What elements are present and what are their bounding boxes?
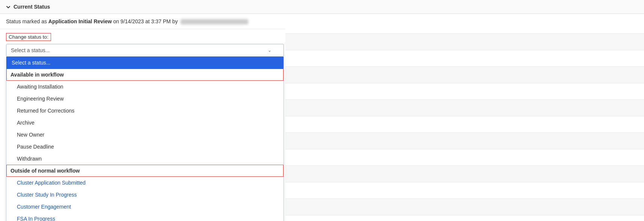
dropdown-item-select-status[interactable]: Select a status... bbox=[6, 57, 284, 69]
status-date: on 9/14/2023 at 3:37 PM by bbox=[113, 18, 178, 24]
dropdown-item-withdrawn[interactable]: Withdrawn bbox=[6, 153, 284, 165]
item-customer-label: Customer Engagement bbox=[17, 204, 71, 210]
item-new-owner-label: New Owner bbox=[17, 132, 44, 138]
status-prefix: Status marked as bbox=[6, 18, 48, 24]
status-dropdown-menu: Select a status... Available in workflow… bbox=[6, 57, 284, 221]
grid-row bbox=[285, 50, 644, 67]
item-archive-label: Archive bbox=[17, 120, 35, 126]
dropdown-selected-label: Select a status... bbox=[12, 60, 51, 66]
item-fsa-label: FSA In Progress bbox=[17, 216, 55, 221]
grid-row bbox=[285, 116, 644, 133]
dropdown-item-fsa[interactable]: FSA In Progress bbox=[6, 213, 284, 221]
item-returned-label: Returned for Corrections bbox=[17, 108, 74, 114]
dropdown-group-outside: Outside of normal workflow bbox=[6, 165, 284, 177]
dropdown-item-awaiting[interactable]: Awaiting Installation bbox=[6, 81, 284, 93]
item-engineering-label: Engineering Review bbox=[17, 96, 64, 102]
item-pause-label: Pause Deadline bbox=[17, 144, 54, 150]
grid-row bbox=[285, 34, 644, 50]
grid-row bbox=[285, 83, 644, 100]
item-awaiting-label: Awaiting Installation bbox=[17, 84, 63, 90]
grid-row bbox=[285, 149, 644, 166]
section-toggle[interactable]: Current Status bbox=[6, 4, 50, 10]
status-author-blurred bbox=[181, 19, 248, 24]
grid-row bbox=[285, 166, 644, 182]
grid-row bbox=[285, 17, 644, 34]
dropdown-item-engineering[interactable]: Engineering Review bbox=[6, 93, 284, 105]
group-outside-label: Outside of normal workflow bbox=[11, 168, 80, 174]
item-cluster-app-label: Cluster Application Submitted bbox=[17, 180, 86, 186]
grid-row bbox=[285, 199, 644, 215]
section-header: Current Status bbox=[0, 0, 644, 14]
dropdown-item-new-owner[interactable]: New Owner bbox=[6, 129, 284, 141]
dropdown-item-cluster-app[interactable]: Cluster Application Submitted bbox=[6, 177, 284, 189]
item-withdrawn-label: Withdrawn bbox=[17, 156, 42, 162]
dropdown-item-returned[interactable]: Returned for Corrections bbox=[6, 105, 284, 117]
chevron-down-icon bbox=[6, 5, 11, 9]
grid-row bbox=[285, 182, 644, 199]
status-select[interactable]: Select a status... ⌄ bbox=[6, 44, 284, 57]
group-available-label: Available in workflow bbox=[11, 72, 64, 78]
dropdown-item-customer[interactable]: Customer Engagement bbox=[6, 201, 284, 213]
section-title: Current Status bbox=[14, 4, 50, 10]
status-select-value: Select a status... bbox=[11, 47, 50, 53]
dropdown-group-available: Available in workflow bbox=[6, 69, 284, 81]
dropdown-arrow-icon: ⌄ bbox=[268, 48, 271, 53]
status-select-wrapper: Select a status... ⌄ Select a status... … bbox=[6, 44, 284, 57]
dropdown-item-archive[interactable]: Archive bbox=[6, 117, 284, 129]
page-container: Current Status Status marked as Applicat… bbox=[0, 0, 644, 221]
grid-row bbox=[285, 67, 644, 83]
change-status-label: Change status to: bbox=[6, 33, 51, 41]
status-name: Application Initial Review bbox=[48, 18, 112, 24]
dropdown-item-pause[interactable]: Pause Deadline bbox=[6, 141, 284, 153]
item-cluster-study-label: Cluster Study In Progress bbox=[17, 192, 77, 198]
grid-row bbox=[285, 133, 644, 149]
grid-row bbox=[285, 100, 644, 116]
dropdown-item-cluster-study[interactable]: Cluster Study In Progress bbox=[6, 189, 284, 201]
grid-background bbox=[285, 17, 644, 221]
